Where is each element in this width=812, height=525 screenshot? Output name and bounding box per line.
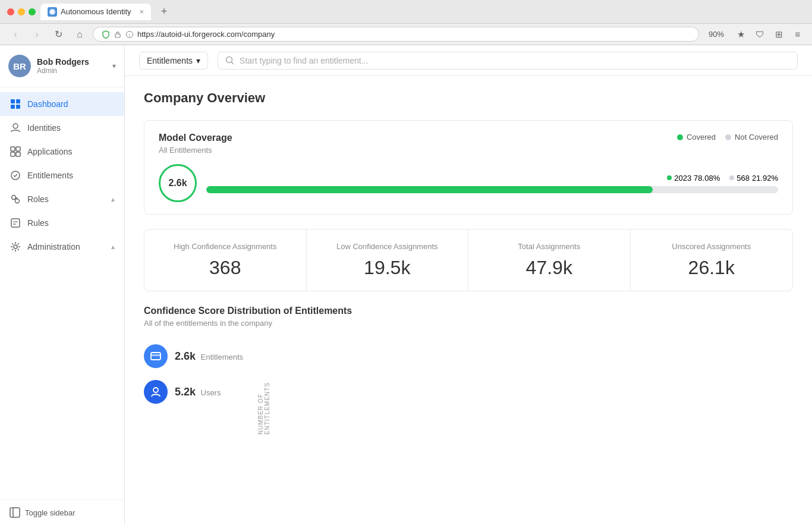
bar-gray-dot [729,175,734,180]
search-bar[interactable]: Start typing to find an entitlement... [218,52,798,70]
coverage-bar-track [206,186,778,193]
confidence-subtitle: All of the entitlements in the company [144,319,793,328]
model-coverage-card: Model Coverage Covered Not Covered All E… [144,120,793,215]
stat-unscored: Unscored Assignments 26.1k [631,230,793,291]
coverage-legend: Covered Not Covered [677,133,778,142]
browser-chrome: Autonomous Identity × + [0,0,812,24]
main-content: Entitlements ▾ Start typing to find an e… [125,45,812,525]
conf-unit-users: Users [201,388,221,397]
roles-icon [10,193,21,205]
entitlements-dropdown-label: Entitlements [147,56,193,65]
administration-icon [10,241,21,253]
user-name: Bob Rodgers [37,57,106,67]
svg-point-8 [13,124,18,128]
sidebar-item-administration[interactable]: Administration ▴ [0,235,124,259]
window-controls [7,8,36,15]
svg-rect-11 [11,152,15,156]
home-button[interactable]: ⌂ [71,26,88,43]
svg-rect-12 [16,152,20,156]
tab-favicon [48,7,57,17]
menu-icon[interactable]: ≡ [791,27,805,42]
page-title: Company Overview [144,90,793,106]
sidebar-item-identities[interactable]: Identities [0,116,124,140]
app-container: BR Bob Rodgers Admin ▾ Dashboard Identit… [0,45,812,525]
svg-line-24 [232,62,234,64]
topbar: Entitlements ▾ Start typing to find an e… [125,45,812,76]
sidebar-item-label-rules: Rules [27,218,115,228]
confidence-legends: 2.6k Entitlements 5.2k Users [144,339,243,435]
stat-high-confidence: High Confidence Assignments 368 [144,230,307,291]
sidebar-footer[interactable]: Toggle sidebar [0,499,124,525]
svg-rect-26 [151,354,160,356]
url-text: https://autoid-ui.forgerock.com/company [137,30,275,39]
model-coverage-header: Model Coverage Covered Not Covered [159,133,778,143]
administration-expand-icon: ▴ [111,243,115,251]
legend-covered: Covered [677,133,716,142]
covered-dot [677,134,683,140]
toggle-sidebar-label: Toggle sidebar [25,508,75,517]
new-tab-button[interactable]: + [156,4,172,20]
stat-label-3: Unscored Assignments [645,241,779,252]
model-coverage-title: Model Coverage [159,133,232,143]
sidebar-item-dashboard[interactable]: Dashboard [0,92,124,116]
identities-icon [10,122,21,134]
sidebar-item-rules[interactable]: Rules [0,211,124,235]
svg-point-15 [15,199,20,203]
lock-icon [114,30,122,39]
confidence-title: Confidence Score Distribution of Entitle… [144,306,793,316]
browser-icons: ★ 🛡 ⊞ ≡ [734,27,805,42]
sidebar-item-roles[interactable]: Roles ▴ [0,187,124,211]
user-info: Bob Rodgers Admin [37,57,106,75]
refresh-button[interactable]: ↻ [50,26,67,43]
address-bar[interactable]: i https://autoid-ui.forgerock.com/compan… [93,27,699,42]
minimize-btn[interactable] [18,8,25,15]
covered-label: Covered [687,133,716,142]
stat-value-2: 47.9k [483,257,616,279]
svg-text:i: i [129,33,130,38]
confidence-section: Confidence Score Distribution of Entitle… [144,306,793,435]
svg-rect-9 [11,147,15,151]
page-content: Company Overview Model Coverage Covered … [125,76,812,525]
user-role: Admin [37,67,106,75]
bookmark-icon[interactable]: ★ [734,27,748,42]
library-icon[interactable]: ⊞ [772,27,786,42]
sidebar-item-entitlements[interactable]: Entitlements [0,164,124,187]
svg-rect-5 [16,99,20,103]
conf-value-users: 5.2k [175,386,196,398]
entitlements-dropdown[interactable]: Entitlements ▾ [139,52,208,70]
sidebar-item-label-identities: Identities [27,123,115,133]
svg-point-27 [153,388,158,392]
user-profile[interactable]: BR Bob Rodgers Admin ▾ [0,45,124,87]
bar-year: 2023 [674,174,691,183]
stat-low-confidence: Low Confidence Assignments 19.5k [307,230,469,291]
sidebar-item-label-dashboard: Dashboard [27,99,115,109]
svg-rect-7 [16,105,20,109]
sidebar-item-label-applications: Applications [27,147,115,156]
stat-label-2: Total Assignments [483,241,616,252]
sidebar-item-applications[interactable]: Applications [0,140,124,164]
sidebar-item-label-entitlements: Entitlements [27,171,115,180]
search-icon [225,56,235,65]
sidebar-item-label-roles: Roles [27,194,105,204]
dashboard-icon [10,98,21,110]
info-icon: i [125,30,134,39]
tab-close-icon[interactable]: × [140,7,144,16]
svg-rect-6 [11,105,15,109]
sidebar: BR Bob Rodgers Admin ▾ Dashboard Identit… [0,45,125,525]
close-btn[interactable] [7,8,14,15]
rules-icon [10,217,21,229]
shield-nav-icon[interactable]: 🛡 [753,27,767,42]
search-placeholder: Start typing to find an entitlement... [240,56,368,65]
svg-point-14 [12,196,16,200]
not-covered-dot [725,134,731,140]
svg-rect-21 [10,508,20,517]
stat-label-0: High Confidence Assignments [159,241,292,252]
forward-button[interactable]: › [29,26,45,43]
svg-rect-10 [16,147,20,151]
bar-count: 568 [737,174,750,183]
bar-covered-pct: 78.08% [694,174,720,183]
maximize-btn[interactable] [29,8,36,15]
browser-tab[interactable]: Autonomous Identity × [40,4,151,20]
confidence-layout: 2.6k Entitlements 5.2k Users [144,339,793,435]
back-button[interactable]: ‹ [7,26,24,43]
